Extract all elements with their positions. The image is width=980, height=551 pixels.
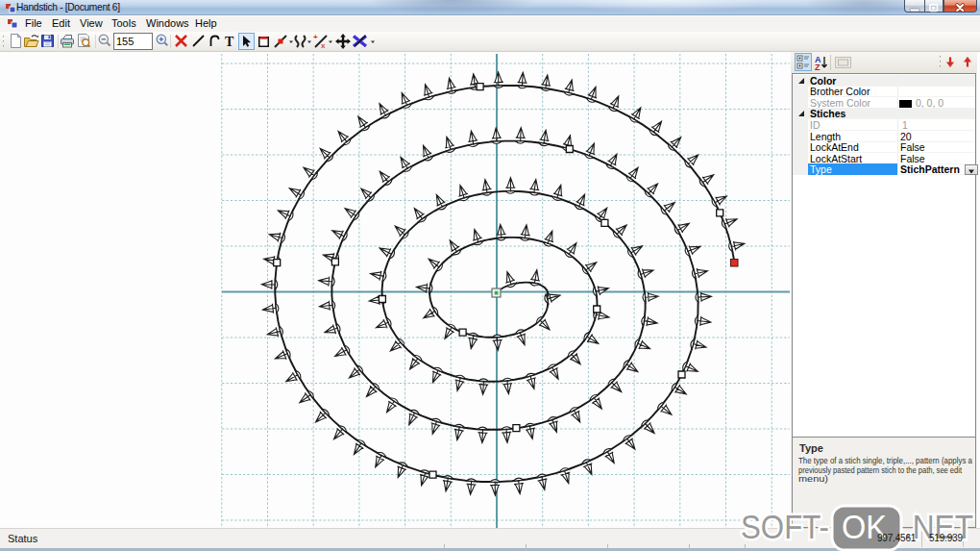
svg-text:SOFT-: SOFT- <box>741 509 829 545</box>
